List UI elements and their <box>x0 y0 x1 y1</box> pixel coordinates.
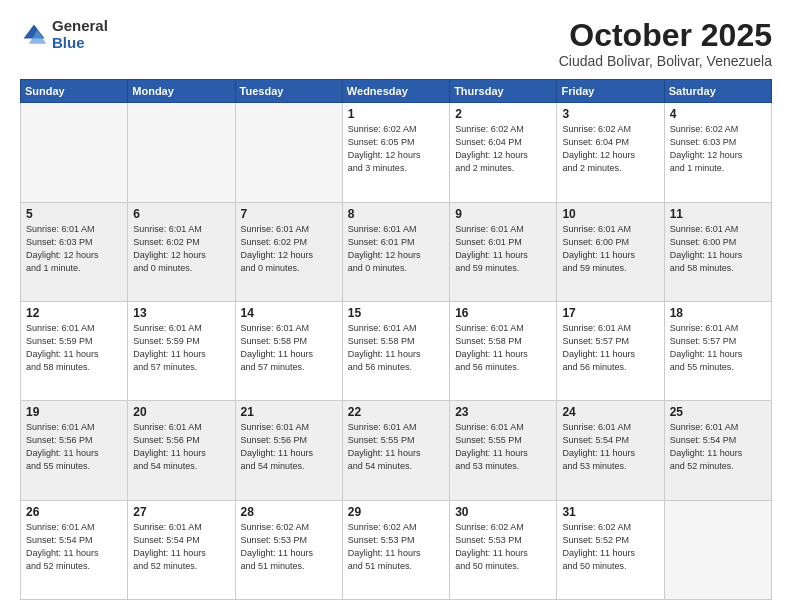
day-number: 16 <box>455 306 551 320</box>
header-sunday: Sunday <box>21 80 128 103</box>
table-row: 11Sunrise: 6:01 AMSunset: 6:00 PMDayligh… <box>664 202 771 301</box>
logo-blue-text: Blue <box>52 35 108 52</box>
day-info: Sunrise: 6:01 AMSunset: 5:58 PMDaylight:… <box>455 322 551 374</box>
day-number: 14 <box>241 306 337 320</box>
day-number: 21 <box>241 405 337 419</box>
logo: General Blue <box>20 18 108 51</box>
day-number: 25 <box>670 405 766 419</box>
day-info: Sunrise: 6:01 AMSunset: 5:56 PMDaylight:… <box>26 421 122 473</box>
day-number: 2 <box>455 107 551 121</box>
day-number: 4 <box>670 107 766 121</box>
table-row: 1Sunrise: 6:02 AMSunset: 6:05 PMDaylight… <box>342 103 449 202</box>
table-row: 17Sunrise: 6:01 AMSunset: 5:57 PMDayligh… <box>557 301 664 400</box>
logo-icon <box>20 21 48 49</box>
day-number: 12 <box>26 306 122 320</box>
day-info: Sunrise: 6:01 AMSunset: 5:57 PMDaylight:… <box>562 322 658 374</box>
day-number: 22 <box>348 405 444 419</box>
day-info: Sunrise: 6:01 AMSunset: 5:54 PMDaylight:… <box>562 421 658 473</box>
day-number: 18 <box>670 306 766 320</box>
day-info: Sunrise: 6:02 AMSunset: 6:03 PMDaylight:… <box>670 123 766 175</box>
day-number: 24 <box>562 405 658 419</box>
table-row: 9Sunrise: 6:01 AMSunset: 6:01 PMDaylight… <box>450 202 557 301</box>
logo-general-text: General <box>52 18 108 35</box>
day-info: Sunrise: 6:01 AMSunset: 5:58 PMDaylight:… <box>241 322 337 374</box>
table-row: 2Sunrise: 6:02 AMSunset: 6:04 PMDaylight… <box>450 103 557 202</box>
page: General Blue October 2025 Ciudad Bolivar… <box>0 0 792 612</box>
day-info: Sunrise: 6:02 AMSunset: 6:04 PMDaylight:… <box>562 123 658 175</box>
table-row <box>664 500 771 599</box>
table-row: 15Sunrise: 6:01 AMSunset: 5:58 PMDayligh… <box>342 301 449 400</box>
table-row: 16Sunrise: 6:01 AMSunset: 5:58 PMDayligh… <box>450 301 557 400</box>
calendar-week-row: 5Sunrise: 6:01 AMSunset: 6:03 PMDaylight… <box>21 202 772 301</box>
table-row: 20Sunrise: 6:01 AMSunset: 5:56 PMDayligh… <box>128 401 235 500</box>
table-row: 19Sunrise: 6:01 AMSunset: 5:56 PMDayligh… <box>21 401 128 500</box>
day-info: Sunrise: 6:01 AMSunset: 5:54 PMDaylight:… <box>26 521 122 573</box>
day-info: Sunrise: 6:01 AMSunset: 5:55 PMDaylight:… <box>455 421 551 473</box>
day-number: 27 <box>133 505 229 519</box>
day-info: Sunrise: 6:02 AMSunset: 6:04 PMDaylight:… <box>455 123 551 175</box>
table-row: 25Sunrise: 6:01 AMSunset: 5:54 PMDayligh… <box>664 401 771 500</box>
table-row: 27Sunrise: 6:01 AMSunset: 5:54 PMDayligh… <box>128 500 235 599</box>
table-row <box>21 103 128 202</box>
day-info: Sunrise: 6:01 AMSunset: 5:59 PMDaylight:… <box>133 322 229 374</box>
table-row: 24Sunrise: 6:01 AMSunset: 5:54 PMDayligh… <box>557 401 664 500</box>
table-row: 3Sunrise: 6:02 AMSunset: 6:04 PMDaylight… <box>557 103 664 202</box>
day-info: Sunrise: 6:01 AMSunset: 5:58 PMDaylight:… <box>348 322 444 374</box>
day-number: 17 <box>562 306 658 320</box>
day-info: Sunrise: 6:01 AMSunset: 6:00 PMDaylight:… <box>562 223 658 275</box>
day-info: Sunrise: 6:01 AMSunset: 6:01 PMDaylight:… <box>348 223 444 275</box>
header: General Blue October 2025 Ciudad Bolivar… <box>20 18 772 69</box>
table-row: 29Sunrise: 6:02 AMSunset: 5:53 PMDayligh… <box>342 500 449 599</box>
day-number: 30 <box>455 505 551 519</box>
day-number: 1 <box>348 107 444 121</box>
day-info: Sunrise: 6:01 AMSunset: 5:56 PMDaylight:… <box>241 421 337 473</box>
table-row: 22Sunrise: 6:01 AMSunset: 5:55 PMDayligh… <box>342 401 449 500</box>
day-number: 10 <box>562 207 658 221</box>
day-number: 7 <box>241 207 337 221</box>
day-info: Sunrise: 6:02 AMSunset: 5:53 PMDaylight:… <box>455 521 551 573</box>
day-number: 3 <box>562 107 658 121</box>
day-number: 13 <box>133 306 229 320</box>
day-info: Sunrise: 6:01 AMSunset: 5:55 PMDaylight:… <box>348 421 444 473</box>
header-tuesday: Tuesday <box>235 80 342 103</box>
table-row: 18Sunrise: 6:01 AMSunset: 5:57 PMDayligh… <box>664 301 771 400</box>
calendar-week-row: 26Sunrise: 6:01 AMSunset: 5:54 PMDayligh… <box>21 500 772 599</box>
day-number: 28 <box>241 505 337 519</box>
day-number: 9 <box>455 207 551 221</box>
table-row: 30Sunrise: 6:02 AMSunset: 5:53 PMDayligh… <box>450 500 557 599</box>
day-info: Sunrise: 6:01 AMSunset: 5:56 PMDaylight:… <box>133 421 229 473</box>
day-number: 26 <box>26 505 122 519</box>
table-row: 13Sunrise: 6:01 AMSunset: 5:59 PMDayligh… <box>128 301 235 400</box>
day-info: Sunrise: 6:01 AMSunset: 6:02 PMDaylight:… <box>133 223 229 275</box>
table-row: 4Sunrise: 6:02 AMSunset: 6:03 PMDaylight… <box>664 103 771 202</box>
table-row <box>235 103 342 202</box>
day-number: 29 <box>348 505 444 519</box>
day-number: 15 <box>348 306 444 320</box>
day-info: Sunrise: 6:01 AMSunset: 6:02 PMDaylight:… <box>241 223 337 275</box>
day-number: 20 <box>133 405 229 419</box>
day-info: Sunrise: 6:02 AMSunset: 5:53 PMDaylight:… <box>241 521 337 573</box>
header-wednesday: Wednesday <box>342 80 449 103</box>
calendar-week-row: 1Sunrise: 6:02 AMSunset: 6:05 PMDaylight… <box>21 103 772 202</box>
header-saturday: Saturday <box>664 80 771 103</box>
table-row: 6Sunrise: 6:01 AMSunset: 6:02 PMDaylight… <box>128 202 235 301</box>
calendar-header-row: Sunday Monday Tuesday Wednesday Thursday… <box>21 80 772 103</box>
calendar-week-row: 19Sunrise: 6:01 AMSunset: 5:56 PMDayligh… <box>21 401 772 500</box>
day-info: Sunrise: 6:01 AMSunset: 5:59 PMDaylight:… <box>26 322 122 374</box>
day-number: 5 <box>26 207 122 221</box>
day-number: 8 <box>348 207 444 221</box>
day-number: 11 <box>670 207 766 221</box>
day-info: Sunrise: 6:01 AMSunset: 5:54 PMDaylight:… <box>670 421 766 473</box>
table-row: 8Sunrise: 6:01 AMSunset: 6:01 PMDaylight… <box>342 202 449 301</box>
table-row: 26Sunrise: 6:01 AMSunset: 5:54 PMDayligh… <box>21 500 128 599</box>
day-info: Sunrise: 6:02 AMSunset: 5:52 PMDaylight:… <box>562 521 658 573</box>
table-row: 14Sunrise: 6:01 AMSunset: 5:58 PMDayligh… <box>235 301 342 400</box>
header-friday: Friday <box>557 80 664 103</box>
location: Ciudad Bolivar, Bolivar, Venezuela <box>559 53 772 69</box>
header-thursday: Thursday <box>450 80 557 103</box>
day-info: Sunrise: 6:01 AMSunset: 5:57 PMDaylight:… <box>670 322 766 374</box>
month-title: October 2025 <box>559 18 772 53</box>
table-row: 7Sunrise: 6:01 AMSunset: 6:02 PMDaylight… <box>235 202 342 301</box>
day-info: Sunrise: 6:01 AMSunset: 5:54 PMDaylight:… <box>133 521 229 573</box>
table-row: 31Sunrise: 6:02 AMSunset: 5:52 PMDayligh… <box>557 500 664 599</box>
